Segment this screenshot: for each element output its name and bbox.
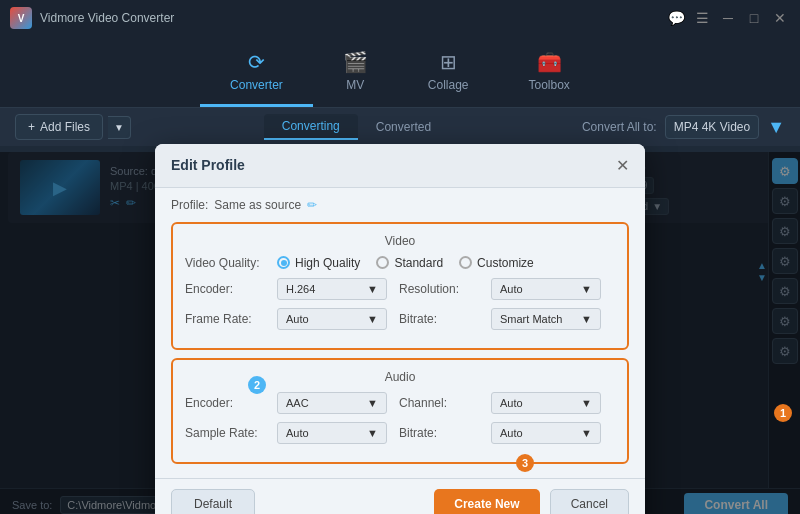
encoder-value: H.264	[286, 283, 315, 295]
tab-mv-label: MV	[346, 78, 364, 92]
frame-rate-select[interactable]: Auto ▼	[277, 308, 387, 330]
bitrate-value: Smart Match	[500, 313, 562, 325]
tab-mv[interactable]: 🎬 MV	[313, 42, 398, 107]
audio-section: Audio Encoder: AAC ▼ Channel: Auto ▼	[171, 358, 629, 464]
bitrate-label: Bitrate:	[399, 312, 479, 326]
quality-high-label: High Quality	[295, 256, 360, 270]
app-icon: V	[10, 7, 32, 29]
dialog-footer: Default Create New Cancel	[155, 478, 645, 515]
profile-value: Same as source	[214, 198, 301, 212]
cancel-btn[interactable]: Cancel	[550, 489, 629, 515]
converted-tab[interactable]: Converted	[358, 114, 449, 140]
frame-rate-label: Frame Rate:	[185, 312, 265, 326]
step-badge-1: 1	[774, 404, 792, 422]
channel-value: Auto	[500, 397, 523, 409]
dialog-close-btn[interactable]: ✕	[616, 156, 629, 175]
converting-tab[interactable]: Converting	[264, 114, 358, 140]
sample-rate-select[interactable]: Auto ▼	[277, 422, 387, 444]
resolution-value: Auto	[500, 283, 523, 295]
quality-customize-option[interactable]: Customize	[459, 256, 534, 270]
sub-toolbar: + Add Files ▼ Converting Converted Conve…	[0, 108, 800, 146]
resolution-select[interactable]: Auto ▼	[491, 278, 601, 300]
sample-rate-value: Auto	[286, 427, 309, 439]
quality-customize-label: Customize	[477, 256, 534, 270]
convert-all-area: Convert All to: MP4 4K Video ▼	[582, 115, 785, 139]
tab-collage[interactable]: ⊞ Collage	[398, 42, 499, 107]
profile-edit-icon[interactable]: ✏	[307, 198, 317, 212]
encoder-label: Encoder:	[185, 282, 265, 296]
maximize-btn[interactable]: □	[744, 8, 764, 28]
channel-label: Channel:	[399, 396, 479, 410]
quality-standard-label: Standard	[394, 256, 443, 270]
edit-profile-dialog: Edit Profile ✕ Profile: Same as source ✏…	[155, 144, 645, 515]
profile-row: Profile: Same as source ✏	[171, 198, 629, 212]
nav-tabs: ⟳ Converter 🎬 MV ⊞ Collage 🧰 Toolbox	[0, 36, 800, 108]
format-label: MP4 4K Video	[674, 120, 751, 134]
mv-icon: 🎬	[343, 50, 368, 74]
audio-encoder-label: Encoder:	[185, 396, 265, 410]
quality-standard-option[interactable]: Standard	[376, 256, 443, 270]
video-section: Video Video Quality: High Quality Standa…	[171, 222, 629, 350]
tab-converter-label: Converter	[230, 78, 283, 92]
converting-tabs: Converting Converted	[264, 114, 449, 140]
plus-icon: +	[28, 120, 35, 134]
quality-high-option[interactable]: High Quality	[277, 256, 360, 270]
framerate-bitrate-row: Frame Rate: Auto ▼ Bitrate: Smart Match …	[185, 308, 615, 330]
collage-icon: ⊞	[440, 50, 457, 74]
convert-all-label: Convert All to:	[582, 120, 657, 134]
add-files-label: Add Files	[40, 120, 90, 134]
main-area: ▶ Source: day in m...ds .mp4 ℹ MP4 | 406…	[0, 152, 800, 514]
dialog-body: Profile: Same as source ✏ Video Video Qu…	[155, 188, 645, 478]
chat-icon-btn[interactable]: 💬	[666, 8, 686, 28]
samplerate-audiobitrate-row: Sample Rate: Auto ▼ Bitrate: Auto ▼	[185, 422, 615, 444]
default-btn[interactable]: Default	[171, 489, 255, 515]
title-bar: V Vidmore Video Converter 💬 ☰ ─ □ ✕	[0, 0, 800, 36]
bitrate-arrow: ▼	[581, 313, 592, 325]
window-controls: 💬 ☰ ─ □ ✕	[666, 8, 790, 28]
dialog-header: Edit Profile ✕	[155, 144, 645, 188]
frame-rate-value: Auto	[286, 313, 309, 325]
channel-select[interactable]: Auto ▼	[491, 392, 601, 414]
audio-encoder-arrow: ▼	[367, 397, 378, 409]
channel-arrow: ▼	[581, 397, 592, 409]
audio-bitrate-select[interactable]: Auto ▼	[491, 422, 601, 444]
video-quality-row: Video Quality: High Quality Standard	[185, 256, 615, 270]
video-quality-label: Video Quality:	[185, 256, 265, 270]
converter-icon: ⟳	[248, 50, 265, 74]
audio-bitrate-value: Auto	[500, 427, 523, 439]
menu-btn[interactable]: ☰	[692, 8, 712, 28]
bitrate-select[interactable]: Smart Match ▼	[491, 308, 601, 330]
resolution-label: Resolution:	[399, 282, 479, 296]
encoder-arrow: ▼	[367, 283, 378, 295]
step-1-label: 1	[774, 404, 792, 422]
video-section-title: Video	[185, 234, 615, 248]
step-badge-3-container: 3	[516, 454, 534, 472]
add-files-button[interactable]: + Add Files	[15, 114, 103, 140]
app-title: Vidmore Video Converter	[40, 11, 174, 25]
tab-converter[interactable]: ⟳ Converter	[200, 42, 313, 107]
tab-toolbox[interactable]: 🧰 Toolbox	[499, 42, 600, 107]
quality-high-radio[interactable]	[277, 256, 290, 269]
quality-radio-group: High Quality Standard Customize	[277, 256, 534, 270]
minimize-btn[interactable]: ─	[718, 8, 738, 28]
format-select[interactable]: MP4 4K Video	[665, 115, 760, 139]
close-btn[interactable]: ✕	[770, 8, 790, 28]
audio-encoder-channel-row: Encoder: AAC ▼ Channel: Auto ▼	[185, 392, 615, 414]
tab-toolbox-label: Toolbox	[529, 78, 570, 92]
step-2-label: 2	[248, 376, 266, 394]
title-bar-left: V Vidmore Video Converter	[10, 7, 174, 29]
audio-bitrate-arrow: ▼	[581, 427, 592, 439]
sample-rate-arrow: ▼	[367, 427, 378, 439]
profile-key: Profile:	[171, 198, 208, 212]
dialog-title: Edit Profile	[171, 157, 245, 173]
encoder-select[interactable]: H.264 ▼	[277, 278, 387, 300]
add-files-dropdown-arrow[interactable]: ▼	[108, 116, 131, 139]
step-3-label: 3	[516, 454, 534, 472]
quality-customize-radio[interactable]	[459, 256, 472, 269]
quality-standard-radio[interactable]	[376, 256, 389, 269]
audio-encoder-select[interactable]: AAC ▼	[277, 392, 387, 414]
tab-collage-label: Collage	[428, 78, 469, 92]
create-new-btn[interactable]: Create New	[434, 489, 539, 515]
format-dropdown-arrow[interactable]: ▼	[767, 117, 785, 138]
step-badge-2-container: 2	[248, 376, 266, 394]
